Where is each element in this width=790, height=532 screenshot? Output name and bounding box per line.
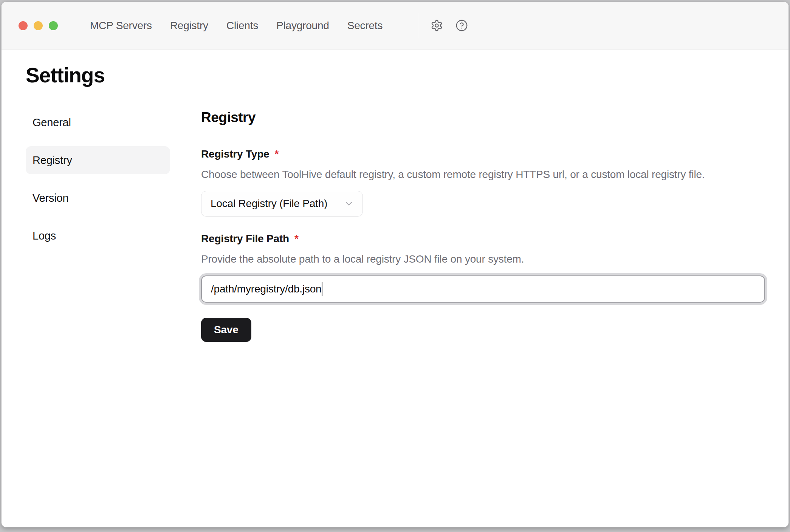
settings-button[interactable] bbox=[428, 17, 445, 34]
settings-sidebar: General Registry Version Logs bbox=[26, 108, 170, 342]
sidebar-item-logs[interactable]: Logs bbox=[26, 222, 170, 250]
registry-file-path-input[interactable]: /path/myregistry/db.json bbox=[201, 275, 765, 303]
app-window: MCP Servers Registry Clients Playground … bbox=[1, 2, 789, 527]
sidebar-item-label: Registry bbox=[33, 154, 72, 167]
registry-file-path-value: /path/myregistry/db.json bbox=[211, 283, 321, 295]
window-minimize-button[interactable] bbox=[34, 21, 43, 30]
section-heading: Registry bbox=[201, 109, 765, 126]
nav-item-playground[interactable]: Playground bbox=[276, 20, 329, 32]
save-button[interactable]: Save bbox=[201, 318, 251, 342]
window-close-button[interactable] bbox=[19, 21, 28, 30]
title-bar[interactable]: MCP Servers Registry Clients Playground … bbox=[2, 2, 788, 49]
registry-type-select[interactable]: Local Registry (File Path) bbox=[201, 191, 363, 217]
window-zoom-button[interactable] bbox=[49, 21, 58, 30]
registry-file-path-label: Registry File Path* bbox=[201, 232, 765, 245]
sidebar-item-general[interactable]: General bbox=[26, 108, 170, 136]
required-asterisk: * bbox=[294, 233, 299, 244]
nav-divider bbox=[418, 13, 418, 38]
nav-item-clients[interactable]: Clients bbox=[226, 20, 258, 32]
main-nav: MCP Servers Registry Clients Playground … bbox=[90, 2, 383, 49]
gear-icon bbox=[431, 19, 443, 32]
sidebar-item-label: General bbox=[33, 116, 71, 129]
registry-type-select-value: Local Registry (File Path) bbox=[211, 198, 327, 210]
sidebar-item-label: Version bbox=[33, 192, 68, 204]
page-title: Settings bbox=[26, 63, 788, 87]
sidebar-item-registry[interactable]: Registry bbox=[26, 146, 170, 174]
registry-type-description: Choose between ToolHive default registry… bbox=[201, 168, 765, 181]
help-icon bbox=[455, 19, 468, 32]
titlebar-tools bbox=[418, 2, 470, 49]
sidebar-item-label: Logs bbox=[33, 230, 56, 242]
nav-item-registry[interactable]: Registry bbox=[170, 20, 208, 32]
window-controls bbox=[19, 21, 58, 30]
settings-page: Settings General Registry Version Logs bbox=[2, 49, 788, 342]
help-button[interactable] bbox=[453, 17, 470, 34]
registry-type-label: Registry Type* bbox=[201, 148, 765, 161]
required-asterisk: * bbox=[275, 148, 279, 160]
sidebar-item-version[interactable]: Version bbox=[26, 184, 170, 212]
text-cursor bbox=[322, 282, 322, 296]
registry-settings-panel: Registry Registry Type* Choose between T… bbox=[201, 108, 765, 342]
registry-file-path-description: Provide the absolute path to a local reg… bbox=[201, 253, 765, 266]
nav-item-secrets[interactable]: Secrets bbox=[347, 20, 383, 32]
nav-item-mcp-servers[interactable]: MCP Servers bbox=[90, 20, 152, 32]
chevron-down-icon bbox=[344, 198, 354, 209]
